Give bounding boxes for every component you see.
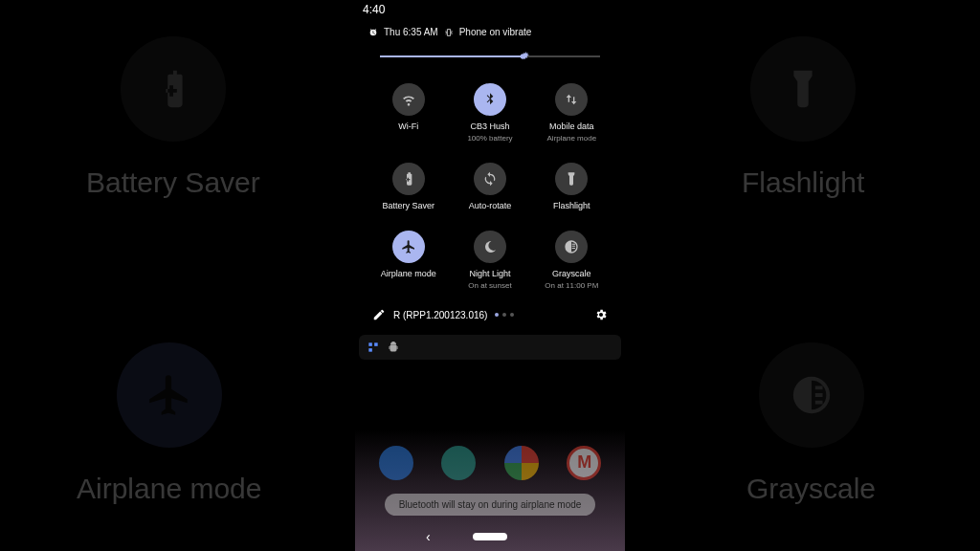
qs-footer: R (RPP1.200123.016)	[368, 300, 612, 323]
tile-grayscale[interactable]: Grayscale On at 11:00 PM	[534, 231, 610, 291]
bg-tile-flashlight: Flashlight	[742, 36, 864, 199]
notification-icons-row[interactable]	[359, 335, 621, 360]
android-icon	[388, 342, 399, 353]
build-text: R (RPP1.200123.016)	[393, 310, 487, 320]
fit-icon	[367, 341, 380, 354]
wifi-icon	[401, 92, 416, 107]
bluetooth-icon	[482, 92, 498, 107]
phone-frame: 4:40 Thu 6:35 AM Phone on vibrate Wi-Fi	[355, 0, 625, 551]
statusbar: 4:40	[355, 0, 625, 19]
quick-settings-panel: Thu 6:35 AM Phone on vibrate Wi-Fi CB3 H…	[359, 19, 621, 329]
tile-night-light[interactable]: Night Light On at sunset	[452, 231, 527, 291]
alarm-icon	[368, 28, 378, 37]
home-pill[interactable]	[473, 533, 507, 540]
tile-mobile-data[interactable]: Mobile data Airplane mode	[534, 83, 610, 143]
tile-wifi[interactable]: Wi-Fi	[370, 83, 446, 143]
svg-rect-1	[374, 342, 378, 346]
tile-battery-saver[interactable]: Battery Saver	[370, 163, 446, 211]
tile-flashlight[interactable]: Flashlight	[534, 163, 610, 211]
back-button[interactable]: ‹	[426, 529, 431, 544]
tile-bluetooth[interactable]: CB3 Hush 100% battery	[452, 83, 527, 143]
qs-page-dots	[495, 313, 514, 317]
toast: Bluetooth will stay on during airplane m…	[385, 494, 595, 516]
brightness-slider[interactable]	[380, 47, 600, 66]
qs-header: Thu 6:35 AM Phone on vibrate	[368, 27, 612, 37]
statusbar-time: 4:40	[363, 3, 385, 16]
data-arrows-icon	[564, 92, 579, 107]
moon-icon	[482, 239, 498, 254]
rotate-icon	[482, 171, 498, 187]
vibrate-icon	[444, 28, 454, 37]
app-row: M	[365, 446, 615, 480]
navbar: ‹	[355, 524, 625, 549]
airplane-icon	[401, 239, 416, 254]
flashlight-icon	[564, 171, 579, 187]
bg-tile-battery-saver: Battery Saver	[86, 36, 260, 199]
ringer-status: Phone on vibrate	[459, 27, 532, 37]
settings-icon[interactable]	[594, 308, 608, 321]
brightness-thumb-icon[interactable]	[518, 49, 533, 64]
tile-auto-rotate[interactable]: Auto-rotate	[452, 163, 527, 211]
bg-tile-grayscale: Grayscale	[746, 342, 876, 505]
svg-rect-0	[368, 342, 372, 346]
qs-tiles: Wi-Fi CB3 Hush 100% battery Mobile data …	[368, 79, 612, 300]
edit-tiles-icon[interactable]	[372, 308, 386, 321]
grayscale-icon	[564, 239, 579, 254]
bg-tile-airplane: Airplane mode	[77, 342, 261, 505]
tile-airplane[interactable]: Airplane mode	[370, 231, 446, 291]
alarm-time: Thu 6:35 AM	[384, 27, 438, 37]
battery-plus-icon	[401, 171, 416, 187]
svg-rect-2	[368, 348, 372, 352]
